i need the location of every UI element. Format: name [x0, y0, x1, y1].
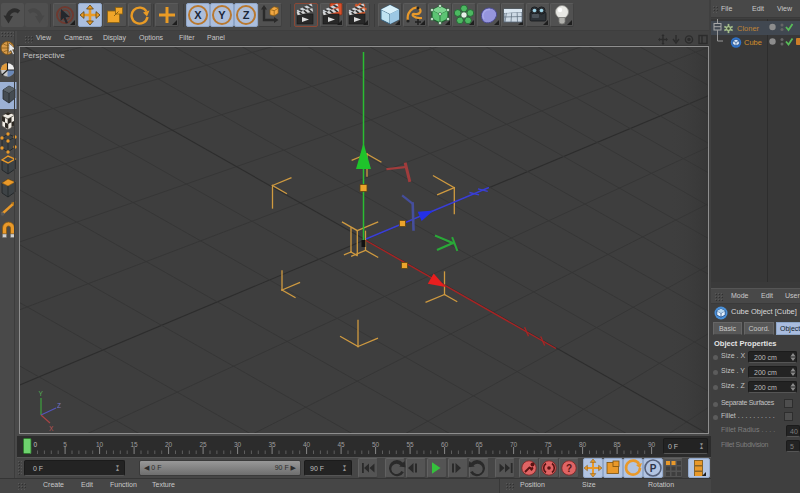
svg-text:Cube: Cube [744, 38, 762, 47]
svg-text:30: 30 [234, 441, 242, 448]
svg-text:Y: Y [39, 390, 44, 397]
svg-text:Cloner: Cloner [737, 24, 760, 33]
svg-text:10: 10 [96, 441, 104, 448]
svg-text:Z: Z [57, 402, 61, 409]
svg-text:90: 90 [648, 441, 656, 448]
svg-text:Z: Z [243, 9, 250, 21]
svg-text:50: 50 [372, 441, 380, 448]
svg-text:55: 55 [406, 441, 414, 448]
svg-text:5: 5 [63, 441, 67, 448]
svg-text:85: 85 [613, 441, 621, 448]
svg-text:25: 25 [199, 441, 207, 448]
svg-text:60: 60 [441, 441, 449, 448]
svg-text:0: 0 [34, 441, 38, 448]
svg-text:Perspective: Perspective [23, 51, 65, 60]
svg-text:X: X [194, 9, 202, 21]
svg-text:P: P [650, 463, 657, 474]
svg-text:X: X [49, 425, 54, 432]
svg-text:Y: Y [218, 9, 226, 21]
svg-text:75: 75 [544, 441, 552, 448]
svg-text:35: 35 [268, 441, 276, 448]
svg-text:?: ? [566, 463, 572, 474]
svg-text:80: 80 [579, 441, 587, 448]
svg-text:20: 20 [165, 441, 173, 448]
svg-text:40: 40 [303, 441, 311, 448]
svg-text:45: 45 [337, 441, 345, 448]
svg-text:15: 15 [130, 441, 138, 448]
svg-text:65: 65 [475, 441, 483, 448]
svg-text:70: 70 [510, 441, 518, 448]
